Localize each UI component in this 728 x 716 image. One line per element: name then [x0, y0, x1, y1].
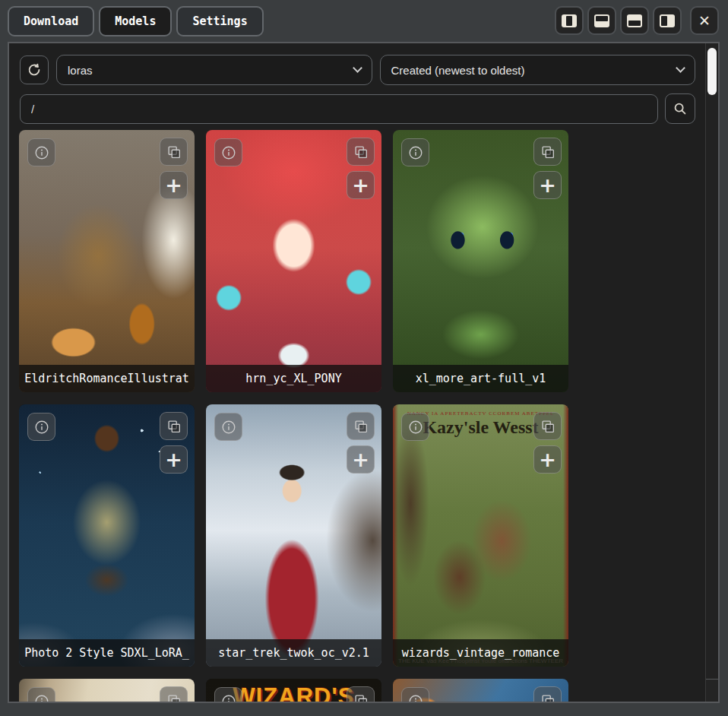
model-copy-button[interactable]	[533, 412, 562, 440]
model-preview-image	[393, 130, 568, 392]
model-type-select[interactable]: loras	[56, 55, 372, 85]
model-info-button[interactable]	[401, 138, 429, 166]
tab-models[interactable]: Models	[99, 6, 172, 36]
tab-download[interactable]: Download	[8, 6, 94, 36]
model-add-button[interactable]: +	[533, 171, 562, 199]
chevron-down-icon	[353, 63, 362, 73]
model-card[interactable]: + star_trek_twok_oc_v2.1	[206, 404, 381, 667]
copy-icon	[540, 418, 556, 435]
plus-icon: +	[352, 175, 369, 195]
info-icon	[407, 144, 424, 161]
info-icon	[407, 419, 424, 436]
model-copy-button[interactable]	[347, 686, 375, 703]
search-input[interactable]	[20, 94, 658, 124]
info-icon	[220, 144, 237, 161]
layout-split-bottom-button[interactable]	[620, 6, 649, 35]
model-preview-image	[19, 404, 195, 667]
model-add-button[interactable]: +	[347, 445, 375, 474]
model-type-value: loras	[68, 64, 93, 77]
info-icon	[33, 693, 50, 704]
info-icon	[220, 693, 237, 704]
model-card[interactable]: + hrn_yc_XL_PONY	[206, 130, 381, 392]
models-panel: loras Created (newest to oldest)	[8, 42, 720, 703]
sort-order-select[interactable]: Created (newest to oldest)	[380, 55, 696, 85]
layout-split-left-button[interactable]	[653, 6, 682, 35]
model-info-button[interactable]	[401, 687, 429, 703]
plus-icon: +	[165, 175, 182, 195]
model-card[interactable]: + EldritchRomanceIllustrat	[19, 130, 195, 392]
model-card[interactable]	[393, 679, 568, 703]
scrollbar-thumb[interactable]	[707, 48, 717, 95]
model-info-button[interactable]	[214, 413, 242, 441]
plus-icon: +	[539, 449, 556, 470]
model-add-button[interactable]: +	[160, 445, 188, 474]
tab-settings[interactable]: Settings	[176, 6, 263, 36]
model-card[interactable]: NANCY IA APRETEBACTV CCORBEM ABETPPEL Ka…	[393, 404, 568, 667]
model-copy-button[interactable]	[533, 138, 562, 166]
tab-bar: Download Models Settings	[8, 6, 264, 36]
copy-icon	[353, 144, 369, 160]
window-controls: ✕	[555, 6, 719, 35]
split-pane-bottom-icon	[627, 14, 642, 27]
model-name-label: xl_more_art-full_v1	[393, 365, 568, 392]
copy-icon	[540, 692, 556, 704]
model-info-button[interactable]	[27, 138, 55, 166]
model-preview-image	[19, 130, 195, 392]
model-name-label: wizards_vintage_romance	[393, 639, 568, 667]
split-pane-top-icon	[594, 14, 609, 27]
close-button[interactable]: ✕	[690, 6, 719, 35]
copy-icon	[353, 692, 369, 704]
model-card[interactable]: WIZARD'S	[206, 679, 381, 703]
model-name-label: EldritchRomanceIllustrat	[19, 365, 195, 392]
plus-icon: +	[539, 175, 556, 195]
copy-icon	[353, 418, 369, 435]
copy-icon	[166, 144, 182, 160]
scrollbar-corner	[706, 679, 718, 702]
search-button[interactable]	[665, 93, 695, 124]
model-copy-button[interactable]	[160, 686, 188, 703]
model-preview-image: NANCY IA APRETEBACTV CCORBEM ABETPPEL Ka…	[393, 404, 568, 667]
model-add-button[interactable]: +	[533, 445, 562, 474]
search-icon	[672, 100, 688, 117]
filter-toolbar: loras Created (newest to oldest)	[20, 55, 695, 85]
info-icon	[33, 144, 50, 161]
model-copy-button[interactable]	[347, 412, 375, 440]
model-info-button[interactable]	[401, 413, 429, 441]
model-name-label: Photo 2 Style SDXL_LoRA_	[19, 639, 195, 667]
model-card[interactable]: + Photo 2 Style SDXL_LoRA_	[19, 404, 195, 667]
copy-icon	[166, 692, 182, 704]
model-info-button[interactable]	[27, 687, 55, 703]
chevron-down-icon	[676, 63, 685, 73]
model-name-label: hrn_yc_XL_PONY	[206, 365, 381, 392]
close-icon: ✕	[698, 12, 711, 29]
split-pane-left-icon	[660, 14, 675, 27]
model-copy-button[interactable]	[160, 138, 188, 166]
model-card-grid: + EldritchRomanceIllustrat + hrn_yc_XL_P	[19, 130, 568, 703]
copy-icon	[540, 144, 556, 160]
model-add-button[interactable]: +	[160, 171, 188, 199]
model-info-button[interactable]	[214, 138, 242, 166]
vertical-scrollbar[interactable]	[705, 43, 718, 702]
model-card[interactable]	[19, 679, 195, 703]
model-name-label: star_trek_twok_oc_v2.1	[206, 639, 381, 667]
model-copy-button[interactable]	[533, 686, 562, 703]
model-info-button[interactable]	[27, 413, 55, 441]
model-copy-button[interactable]	[347, 138, 375, 166]
layout-split-top-button[interactable]	[587, 6, 616, 35]
model-add-button[interactable]: +	[347, 171, 375, 199]
split-pane-center-icon	[562, 14, 577, 27]
refresh-button[interactable]	[20, 55, 49, 84]
refresh-icon	[26, 62, 43, 78]
model-preview-image	[206, 404, 381, 667]
model-card[interactable]: + xl_more_art-full_v1	[393, 130, 568, 392]
plus-icon: +	[352, 449, 369, 470]
sort-order-value: Created (newest to oldest)	[391, 64, 525, 77]
copy-icon	[166, 418, 182, 435]
model-copy-button[interactable]	[160, 412, 188, 440]
model-info-button[interactable]	[214, 687, 242, 703]
layout-split-center-button[interactable]	[555, 6, 584, 35]
info-icon	[33, 419, 50, 436]
plus-icon: +	[165, 449, 182, 470]
info-icon	[407, 693, 424, 704]
search-row	[20, 93, 695, 124]
